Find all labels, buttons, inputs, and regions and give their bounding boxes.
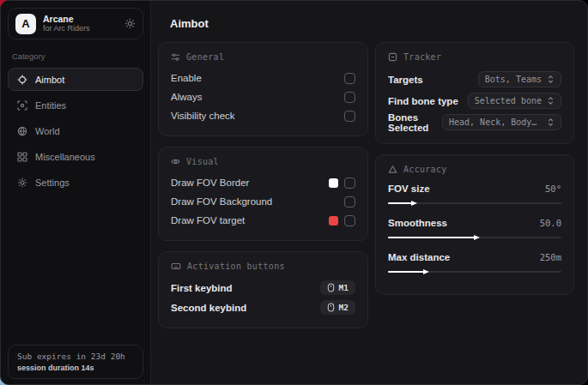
tracker-label: Targets [388, 75, 423, 85]
visibility-check-checkbox[interactable] [344, 111, 355, 122]
setting-label: Always [171, 92, 202, 102]
slider-thumb[interactable] [423, 269, 429, 274]
card-title: Tracker [403, 52, 441, 62]
settings-gear-icon [17, 177, 27, 188]
slider-label: FOV size [388, 183, 430, 194]
card-title: General [186, 52, 224, 62]
keybind-row-first: First keybind M1 [171, 278, 355, 298]
setting-label: Visibility check [171, 111, 235, 121]
fov-target-color-swatch[interactable] [329, 216, 338, 226]
card-title: Visual [186, 157, 219, 166]
triangle-icon [388, 165, 397, 174]
main-panel: Aimbot General [151, 1, 587, 384]
fov-background-checkbox[interactable] [344, 196, 355, 208]
setting-label: Draw FOV target [171, 215, 245, 226]
always-checkbox[interactable] [344, 92, 355, 103]
mouse-icon [327, 283, 335, 292]
fov-border-color-swatch[interactable] [329, 178, 338, 188]
setting-row-fov-border: Draw FOV Border [171, 173, 355, 192]
accuracy-card: Accuracy FOV size 50° [375, 154, 574, 295]
mouse-icon [327, 303, 335, 312]
fov-size-slider[interactable] [388, 199, 561, 208]
slider-value: 250m [540, 252, 561, 262]
slider-value: 50.0 [540, 218, 561, 228]
select-value: Bots, Teams [485, 75, 542, 84]
tracker-label: Bones Selected [388, 112, 442, 133]
setting-row-fov-target: Draw FOV target [171, 211, 355, 230]
desktop-stage: A Arcane for Arc Riders Category [0, 0, 588, 385]
select-value: Head, Neck, Body, Pe... [449, 117, 542, 127]
find-bone-type-select[interactable]: Selected bone [468, 93, 561, 109]
slider-label: Max distance [388, 252, 450, 262]
sidebar-item-aimbot[interactable]: Aimbot [8, 68, 143, 91]
tracker-row-targets: Targets Bots, Teams [388, 69, 561, 90]
slider-value: 50° [545, 183, 561, 194]
slider-fill [388, 271, 424, 274]
visual-card: Visual Draw FOV Border Draw FOV Backgrou… [158, 147, 368, 241]
targets-select[interactable]: Bots, Teams [478, 71, 561, 87]
sidebar-item-label: World [35, 126, 60, 136]
app-logo: A [15, 14, 36, 34]
gear-icon[interactable] [124, 18, 136, 29]
sidebar-item-miscellaneous[interactable]: Miscellaneous [8, 145, 143, 168]
smoothness-slider[interactable] [388, 233, 561, 242]
sidebar-item-world[interactable]: World [8, 119, 143, 142]
first-keybind-button[interactable]: M1 [320, 280, 355, 295]
sidebar-item-label: Miscellaneous [35, 152, 95, 162]
entities-scan-icon [17, 100, 27, 111]
slider-thumb[interactable] [411, 201, 417, 206]
setting-row-enable: Enable [171, 69, 355, 87]
tracker-label: Find bone type [388, 96, 458, 106]
eye-icon [171, 157, 180, 166]
keyboard-icon [171, 262, 181, 271]
keybind-value: M1 [339, 283, 349, 292]
fov-target-checkbox[interactable] [344, 215, 355, 226]
setting-row-always: Always [171, 87, 355, 106]
sidebar-item-settings[interactable]: Settings [8, 171, 143, 194]
card-title: Activation buttons [187, 262, 285, 271]
globe-icon [17, 126, 27, 136]
setting-label: Enable [171, 73, 202, 83]
page-title: Aimbot [170, 17, 574, 30]
keybind-row-second: Second keybind M2 [171, 298, 355, 317]
category-label: Category [12, 51, 143, 61]
card-title: Accuracy [403, 165, 447, 174]
general-card: General Enable Always Visibility check [158, 42, 368, 136]
max-distance-group: Max distance 250m [388, 250, 561, 276]
slider-thumb[interactable] [474, 235, 480, 240]
app-subtitle: for Arc Riders [43, 24, 118, 33]
app-logo-card: A Arcane for Arc Riders [8, 8, 143, 39]
setting-label: Draw FOV Background [171, 196, 272, 207]
slider-fill [388, 237, 475, 239]
tracker-card: Tracker Targets Bots, Teams [375, 42, 574, 144]
tracker-row-find-bone-type: Find bone type Selected bone [388, 90, 561, 111]
slider-label: Smoothness [388, 218, 447, 228]
subscription-card: Sub expires in 23d 20h session duration … [8, 345, 143, 379]
grid-icon [17, 152, 27, 162]
unfold-chevrons-icon [547, 117, 555, 127]
app-name: Arcane [43, 14, 118, 24]
arcane-window: A Arcane for Arc Riders Category [0, 0, 588, 385]
activation-buttons-card: Activation buttons First keybind M1 [158, 251, 368, 328]
subscription-expiry: Sub expires in 23d 20h [17, 352, 134, 361]
sidebar-item-label: Settings [35, 177, 70, 188]
second-keybind-button[interactable]: M2 [320, 300, 355, 315]
tracker-frame-icon [388, 52, 397, 62]
sidebar: A Arcane for Arc Riders Category [1, 1, 151, 384]
bones-selected-select[interactable]: Head, Neck, Body, Pe... [442, 114, 561, 130]
sidebar-item-entities[interactable]: Entities [8, 93, 143, 117]
max-distance-slider[interactable] [388, 268, 561, 276]
keybind-value: M2 [339, 303, 349, 312]
unfold-chevrons-icon [547, 75, 555, 84]
fov-size-group: FOV size 50° [388, 181, 561, 208]
slider-fill [388, 202, 412, 205]
session-duration: session duration 14s [17, 364, 134, 372]
setting-row-fov-background: Draw FOV Background [171, 192, 355, 211]
setting-label: Draw FOV Border [171, 177, 249, 188]
fov-border-checkbox[interactable] [344, 177, 355, 189]
sidebar-item-label: Entities [35, 100, 66, 111]
sidebar-item-label: Aimbot [35, 75, 64, 85]
keybind-label: First keybind [171, 283, 233, 293]
app-title-block: Arcane for Arc Riders [43, 14, 118, 33]
enable-checkbox[interactable] [344, 73, 355, 84]
